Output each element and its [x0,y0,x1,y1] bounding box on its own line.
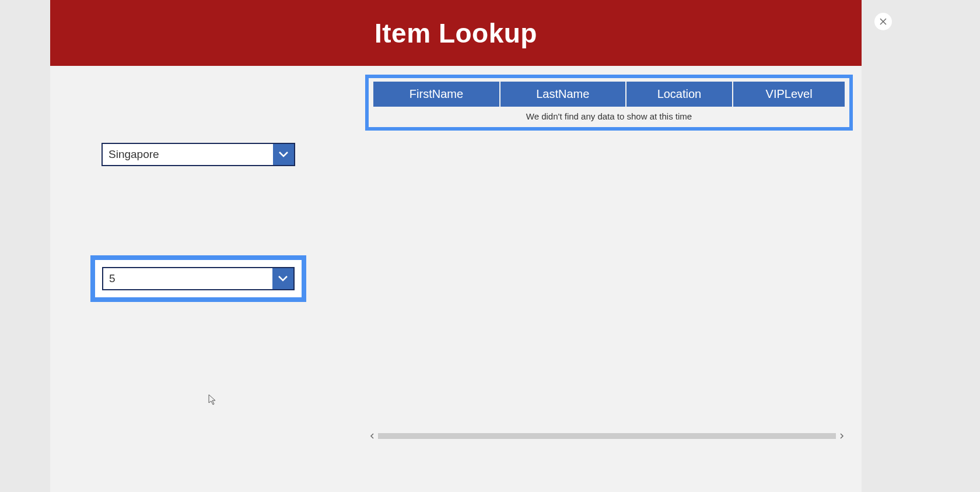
header-bar: Item Lookup [50,0,862,66]
horizontal-scrollbar[interactable] [369,430,845,442]
scroll-track[interactable] [378,433,836,439]
location-dropdown-arrow[interactable] [273,144,294,165]
col-firstname[interactable]: FirstName [373,82,499,107]
results-table: FirstName LastName Location VIPLevel We … [372,82,846,124]
viplevel-dropdown[interactable]: 5 [102,267,295,290]
app-canvas: Item Lookup Singapore 5 [50,0,862,492]
location-dropdown-wrap: Singapore [102,143,295,166]
table-empty-message: We didn't find any data to show at this … [373,107,845,124]
scroll-left-arrow[interactable] [369,433,376,440]
page-title: Item Lookup [374,17,537,49]
scroll-right-arrow[interactable] [838,433,845,440]
cursor-icon [208,394,218,406]
table-header-row: FirstName LastName Location VIPLevel [373,82,845,107]
results-table-highlight: FirstName LastName Location VIPLevel We … [365,75,853,131]
col-location[interactable]: Location [626,82,733,107]
close-button[interactable] [874,13,892,30]
col-viplevel[interactable]: VIPLevel [733,82,845,107]
location-dropdown-value: Singapore [103,144,273,165]
viplevel-dropdown-arrow[interactable] [272,268,293,289]
viplevel-dropdown-highlight: 5 [90,255,306,302]
col-lastname[interactable]: LastName [501,82,625,107]
close-icon [879,17,887,26]
viplevel-dropdown-value: 5 [103,268,272,289]
chevron-left-icon [370,433,374,439]
table-empty-row: We didn't find any data to show at this … [373,107,845,124]
chevron-down-icon [278,275,288,282]
chevron-right-icon [839,433,844,439]
location-dropdown[interactable]: Singapore [102,143,295,166]
chevron-down-icon [278,151,289,158]
